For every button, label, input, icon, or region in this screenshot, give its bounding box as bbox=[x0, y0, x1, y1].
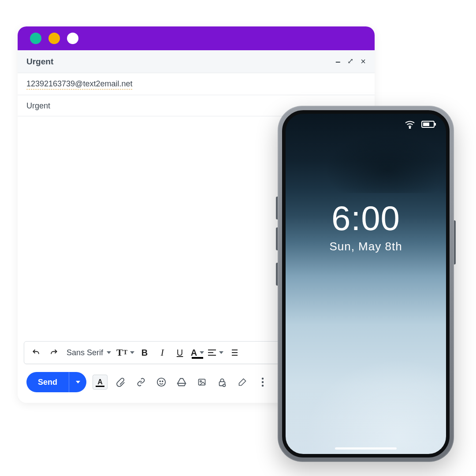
svg-rect-18 bbox=[435, 123, 436, 126]
bold-button[interactable]: B bbox=[137, 345, 152, 361]
home-indicator[interactable] bbox=[335, 447, 397, 450]
lockscreen-time: 6:00 bbox=[286, 201, 446, 235]
svg-point-6 bbox=[157, 378, 165, 386]
signature-icon[interactable] bbox=[235, 375, 249, 389]
attach-icon[interactable] bbox=[114, 375, 128, 389]
svg-point-12 bbox=[223, 384, 226, 387]
text-color-button[interactable]: A bbox=[190, 345, 205, 361]
more-icon[interactable] bbox=[256, 375, 270, 389]
send-button[interactable]: Send bbox=[26, 372, 86, 392]
font-family-label: Sans Serif bbox=[67, 348, 103, 357]
svg-rect-9 bbox=[199, 379, 205, 385]
svg-point-14 bbox=[262, 381, 264, 383]
wifi-icon bbox=[405, 120, 415, 130]
svg-point-10 bbox=[200, 381, 201, 382]
phone-screen: 6:00 Sun, May 8th bbox=[282, 110, 450, 457]
italic-button[interactable]: I bbox=[155, 345, 170, 361]
svg-rect-19 bbox=[423, 123, 429, 126]
svg-point-13 bbox=[262, 378, 264, 379]
lockscreen-clock: 6:00 Sun, May 8th bbox=[286, 201, 446, 253]
svg-point-15 bbox=[262, 385, 264, 387]
minimize-icon[interactable]: – bbox=[335, 56, 340, 67]
phone-status-bar bbox=[405, 120, 436, 130]
popout-icon[interactable]: ⤢ bbox=[347, 56, 353, 66]
battery-icon bbox=[421, 120, 436, 130]
confidential-icon[interactable] bbox=[215, 375, 229, 389]
svg-point-7 bbox=[160, 381, 160, 382]
window-dot-close[interactable] bbox=[30, 33, 41, 44]
chevron-down-icon bbox=[76, 381, 80, 383]
lockscreen-date: Sun, May 8th bbox=[286, 240, 446, 253]
chevron-down-icon bbox=[200, 351, 204, 354]
compose-header: Urgent – ⤢ × bbox=[18, 50, 375, 73]
chevron-down-icon bbox=[130, 351, 134, 354]
font-family-picker[interactable]: Sans Serif bbox=[64, 348, 114, 357]
chevron-down-icon bbox=[107, 351, 111, 354]
link-icon[interactable] bbox=[134, 375, 148, 389]
underline-button[interactable]: U bbox=[172, 345, 187, 361]
image-icon[interactable] bbox=[195, 375, 209, 389]
send-options-button[interactable] bbox=[69, 372, 86, 392]
svg-point-16 bbox=[409, 127, 411, 129]
compose-title: Urgent bbox=[26, 57, 53, 67]
send-label: Send bbox=[26, 372, 69, 392]
list-button[interactable] bbox=[226, 345, 241, 361]
redo-button[interactable] bbox=[46, 345, 61, 361]
window-dot-minimize[interactable] bbox=[48, 33, 60, 44]
formatting-toggle-button[interactable]: A bbox=[93, 375, 108, 390]
titlebar bbox=[18, 26, 375, 50]
align-button[interactable] bbox=[208, 345, 223, 361]
phone-mockup: 6:00 Sun, May 8th bbox=[278, 106, 454, 462]
svg-point-8 bbox=[162, 381, 163, 382]
close-icon[interactable]: × bbox=[361, 56, 366, 67]
window-controls: – ⤢ × bbox=[335, 56, 366, 67]
drive-icon[interactable] bbox=[175, 375, 189, 389]
font-size-button[interactable]: TT bbox=[116, 345, 134, 361]
recipient-field[interactable]: 12392163739@text2email.net bbox=[18, 73, 375, 95]
chevron-down-icon bbox=[219, 351, 223, 354]
window-dot-maximize[interactable] bbox=[67, 33, 78, 44]
emoji-icon[interactable] bbox=[154, 375, 168, 389]
undo-button[interactable] bbox=[29, 345, 44, 361]
recipient-chip[interactable]: 12392163739@text2email.net bbox=[26, 79, 132, 89]
